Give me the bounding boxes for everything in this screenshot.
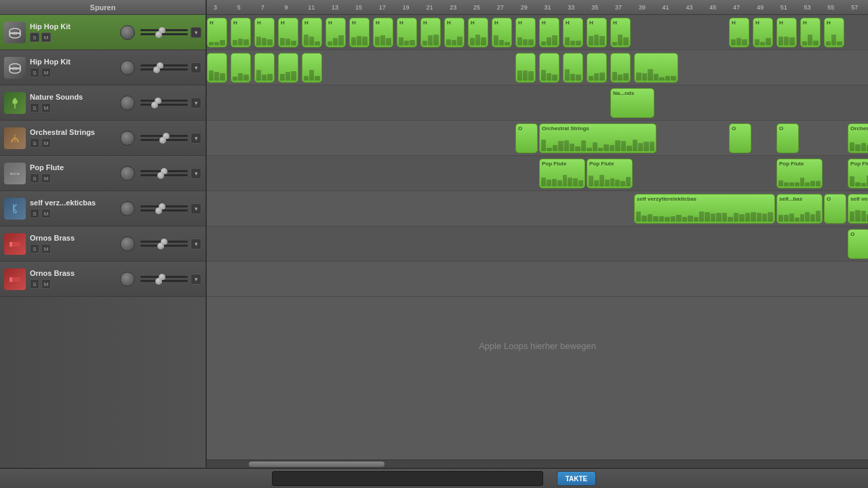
svg-rect-17 bbox=[9, 277, 12, 282]
track-knob-4[interactable] bbox=[120, 131, 135, 146]
track-info-1: Hip Hop KitSM bbox=[30, 22, 117, 42]
solo-button-3[interactable]: S bbox=[30, 103, 39, 113]
solo-button-4[interactable]: S bbox=[30, 138, 39, 148]
main-layout: Spuren Hip Hop KitSM▾Hip Hop KitSM▾Natur… bbox=[0, 0, 868, 468]
track-knob-7[interactable] bbox=[120, 237, 135, 251]
track-controls-6: SM bbox=[30, 209, 117, 218]
track-expand-btn-7[interactable]: ▾ bbox=[191, 239, 201, 249]
track-item-2[interactable]: Hip Hop KitSM▾ bbox=[0, 50, 205, 85]
tracks-header: Spuren bbox=[0, 0, 205, 15]
track-expand-btn-3[interactable]: ▾ bbox=[191, 98, 201, 108]
solo-button-5[interactable]: S bbox=[30, 174, 39, 183]
fader-track-6-0[interactable] bbox=[140, 205, 188, 207]
fader-area-4 bbox=[140, 135, 188, 141]
track-expand-btn-8[interactable]: ▾ bbox=[191, 274, 201, 285]
mute-button-7[interactable]: M bbox=[41, 244, 51, 253]
track-knob-area-3 bbox=[120, 96, 188, 110]
ruler-tick-21: 21 bbox=[426, 4, 433, 11]
solo-button-8[interactable]: S bbox=[30, 279, 39, 289]
app-container: Spuren Hip Hop KitSM▾Hip Hop KitSM▾Natur… bbox=[0, 0, 868, 488]
track-knob-5[interactable] bbox=[120, 166, 135, 181]
solo-button-6[interactable]: S bbox=[30, 209, 39, 218]
track-item-8[interactable]: Ornos BrassSM▾ bbox=[0, 262, 205, 297]
track-icon-bass bbox=[4, 198, 26, 220]
track-expand-btn-5[interactable]: ▾ bbox=[191, 168, 201, 179]
track-knob-2[interactable] bbox=[120, 60, 135, 75]
track-knob-1[interactable] bbox=[120, 25, 135, 40]
mute-button-6[interactable]: M bbox=[41, 209, 51, 218]
arrange-content[interactable]: HHHHHHHHHHHHHHHHHHHHHHHHHHHHHHHHHHHHHHHH… bbox=[207, 15, 868, 460]
track-knob-3[interactable] bbox=[120, 96, 135, 110]
track-item-6[interactable]: self verz...ekticbasSM▾ bbox=[0, 191, 205, 226]
mute-button-4[interactable]: M bbox=[41, 138, 51, 148]
arrange-lanes bbox=[207, 15, 868, 460]
fader-track-3-1[interactable] bbox=[140, 104, 188, 106]
fader-track-7-1[interactable] bbox=[140, 245, 188, 247]
fader-thumb-4-1[interactable] bbox=[159, 137, 166, 144]
track-info-6: self verz...ekticbasSM bbox=[30, 199, 117, 218]
fader-track-8-0[interactable] bbox=[140, 276, 188, 278]
ruler-tick-3: 3 bbox=[214, 4, 217, 11]
fader-track-5-1[interactable] bbox=[140, 174, 188, 176]
track-knob-area-5 bbox=[120, 166, 188, 181]
fader-track-6-1[interactable] bbox=[140, 209, 188, 211]
solo-button-2[interactable]: S bbox=[30, 68, 39, 77]
scrollbar-thumb[interactable] bbox=[249, 462, 384, 467]
track-item-3[interactable]: Nature SoundsSM▾ bbox=[0, 85, 205, 121]
scrollbar-horizontal[interactable] bbox=[207, 460, 868, 468]
fader-thumb-5-1[interactable] bbox=[157, 172, 164, 179]
fader-thumb-6-1[interactable] bbox=[155, 207, 162, 214]
track-knob-6[interactable] bbox=[120, 201, 135, 216]
track-info-7: Ornos BrassSM bbox=[30, 234, 117, 253]
fader-area-5 bbox=[140, 170, 188, 176]
mute-button-5[interactable]: M bbox=[41, 174, 51, 183]
fader-track-8-1[interactable] bbox=[140, 280, 188, 282]
fader-track-2-1[interactable] bbox=[140, 68, 188, 70]
track-icon-strings bbox=[4, 127, 26, 149]
track-expand-btn-6[interactable]: ▾ bbox=[191, 203, 201, 214]
solo-button-1[interactable]: S bbox=[30, 33, 39, 42]
fader-area-1 bbox=[140, 29, 188, 35]
fader-track-7-0[interactable] bbox=[140, 241, 188, 243]
track-knob-8[interactable] bbox=[120, 272, 135, 287]
ruler-tick-45: 45 bbox=[709, 4, 716, 11]
timeline-header: 3579111315171921232527293133353739414345… bbox=[207, 0, 868, 15]
solo-button-7[interactable]: S bbox=[30, 244, 39, 253]
fader-area-6 bbox=[140, 205, 188, 211]
track-knob-area-4 bbox=[120, 131, 188, 146]
fader-track-1-1[interactable] bbox=[140, 33, 188, 35]
mute-button-8[interactable]: M bbox=[41, 279, 51, 289]
fader-thumb-8-1[interactable] bbox=[155, 278, 162, 285]
track-icon-nature bbox=[4, 92, 26, 114]
fader-track-1-0[interactable] bbox=[140, 29, 188, 31]
ruler-tick-27: 27 bbox=[497, 4, 504, 11]
fader-thumb-1-1[interactable] bbox=[155, 31, 162, 38]
track-item-1[interactable]: Hip Hop KitSM▾ bbox=[0, 15, 205, 50]
fader-track-5-0[interactable] bbox=[140, 170, 188, 172]
track-name-6: self verz...ekticbas bbox=[30, 199, 117, 207]
track-item-4[interactable]: Orchestral StringsSM▾ bbox=[0, 121, 205, 156]
fader-track-4-1[interactable] bbox=[140, 139, 188, 141]
track-expand-btn-4[interactable]: ▾ bbox=[191, 133, 201, 144]
fader-thumb-2-1[interactable] bbox=[153, 66, 160, 73]
track-expand-btn-2[interactable]: ▾ bbox=[191, 62, 201, 73]
track-controls-5: SM bbox=[30, 174, 117, 183]
ruler-tick-49: 49 bbox=[757, 4, 764, 11]
fader-area-8 bbox=[140, 276, 188, 282]
fader-thumb-3-1[interactable] bbox=[151, 102, 158, 108]
mute-button-1[interactable]: M bbox=[41, 33, 51, 42]
takte-button[interactable]: TAKTE bbox=[557, 471, 597, 486]
tracks-header-label: Spuren bbox=[90, 3, 116, 12]
arrange-lane-3 bbox=[207, 85, 868, 121]
ruler-tick-9: 9 bbox=[284, 4, 288, 11]
fader-track-2-0[interactable] bbox=[140, 64, 188, 66]
fader-track-3-0[interactable] bbox=[140, 100, 188, 102]
arrange-lane-5 bbox=[207, 156, 868, 191]
track-name-1: Hip Hop Kit bbox=[30, 22, 117, 30]
mute-button-2[interactable]: M bbox=[41, 68, 51, 77]
track-item-5[interactable]: Pop FluteSM▾ bbox=[0, 156, 205, 191]
track-item-7[interactable]: Ornos BrassSM▾ bbox=[0, 226, 205, 262]
track-expand-btn-1[interactable]: ▾ bbox=[191, 27, 201, 38]
fader-thumb-7-1[interactable] bbox=[157, 243, 164, 249]
mute-button-3[interactable]: M bbox=[41, 103, 51, 113]
